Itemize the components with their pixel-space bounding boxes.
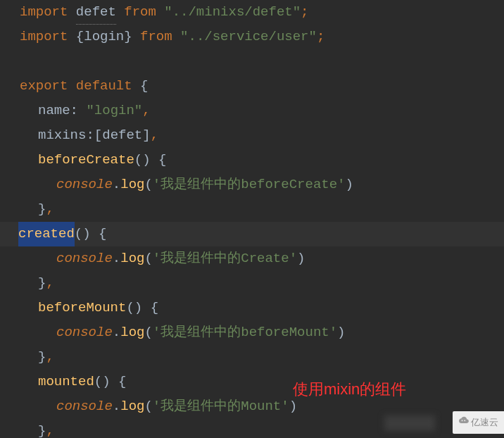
string-literal: '我是组件中的beforeMount'	[153, 320, 337, 345]
cloud-icon	[457, 414, 470, 424]
comma: ,	[46, 271, 53, 296]
brace-close: }	[38, 345, 46, 370]
method-log: log	[120, 394, 144, 419]
svg-point-0	[462, 420, 463, 421]
empty-line	[20, 49, 504, 74]
brace-close: }	[124, 25, 132, 49]
keyword-default: default	[76, 74, 132, 99]
code-line: },	[20, 271, 504, 296]
parens: ()	[94, 370, 111, 394]
brace-open: {	[99, 222, 106, 246]
code-line: mixins:[defet],	[20, 123, 504, 148]
console-object: console	[56, 320, 113, 345]
code-line: name: "login",	[20, 99, 504, 123]
code-line-highlighted: created() {	[0, 222, 504, 246]
identifier-defet: defet	[102, 123, 142, 148]
method-mounted: mounted	[38, 370, 94, 394]
svg-point-1	[464, 420, 465, 421]
code-line: },	[20, 197, 504, 222]
comma: ,	[46, 197, 53, 222]
code-line: beforeCreate() {	[20, 148, 504, 173]
identifier-login: login	[84, 25, 124, 49]
watermark-text: 亿速云	[471, 414, 498, 431]
brace-open: {	[76, 25, 84, 49]
brace-open: {	[118, 370, 126, 394]
method-beforeCreate: beforeCreate	[38, 148, 134, 173]
comma: ,	[46, 345, 53, 370]
blur-overlay	[384, 415, 435, 431]
annotation-text: 使用mixin的组件	[293, 375, 406, 403]
comma: ,	[142, 99, 150, 123]
keyword-from: from	[140, 25, 172, 49]
code-line: console.log('我是组件中的beforeCreate')	[20, 173, 504, 197]
method-log: log	[120, 320, 144, 345]
code-line: console.log('我是组件中的Create')	[20, 246, 504, 271]
console-object: console	[56, 394, 113, 419]
semicolon: ;	[317, 25, 325, 49]
code-line: beforeMount() {	[20, 296, 504, 320]
brace-close: }	[38, 197, 46, 222]
code-editor[interactable]: import defet from "../minixs/defet"; imp…	[0, 0, 504, 438]
parens: ()	[126, 296, 142, 320]
bracket-open: [	[94, 123, 102, 148]
brace-close: }	[38, 419, 46, 438]
parens: ()	[75, 222, 91, 246]
prop-mixins: mixins	[38, 123, 86, 148]
string-literal: "login"	[86, 99, 142, 123]
code-line: },	[20, 345, 504, 370]
code-line: import {login} from "../service/user";	[20, 25, 504, 49]
code-line: mounted() {	[20, 370, 504, 394]
brace-open: {	[151, 296, 158, 320]
string-literal: "../service/user"	[180, 25, 317, 49]
code-line: import defet from "../minixs/defet";	[20, 0, 504, 25]
brace-open: {	[158, 148, 166, 173]
code-line: export default {	[20, 74, 504, 99]
bracket-close: ]	[142, 123, 150, 148]
prop-name: name	[38, 99, 70, 123]
comma: ,	[151, 123, 158, 148]
string-literal: '我是组件中的Mount'	[153, 394, 289, 419]
keyword-export: export	[20, 74, 68, 99]
semicolon: ;	[301, 0, 308, 25]
string-literal: '我是组件中的beforeCreate'	[153, 173, 346, 197]
watermark-badge: 亿速云	[453, 411, 504, 434]
string-literal: '我是组件中的Create'	[153, 246, 297, 271]
code-line: console.log('我是组件中的beforeMount')	[20, 320, 504, 345]
method-beforeMount: beforeMount	[38, 296, 126, 320]
keyword-import: import	[20, 25, 68, 49]
method-log: log	[120, 246, 144, 271]
method-created-selected: created	[18, 222, 75, 246]
method-log: log	[120, 173, 144, 197]
brace-close: }	[38, 271, 46, 296]
keyword-import: import	[20, 0, 68, 25]
parens: ()	[134, 148, 151, 173]
keyword-from: from	[124, 0, 156, 25]
string-literal: "../minixs/defet"	[164, 0, 301, 25]
identifier-defet: defet	[76, 0, 116, 25]
console-object: console	[56, 173, 113, 197]
comma: ,	[46, 419, 53, 438]
console-object: console	[56, 246, 113, 271]
brace-open: {	[140, 74, 148, 99]
